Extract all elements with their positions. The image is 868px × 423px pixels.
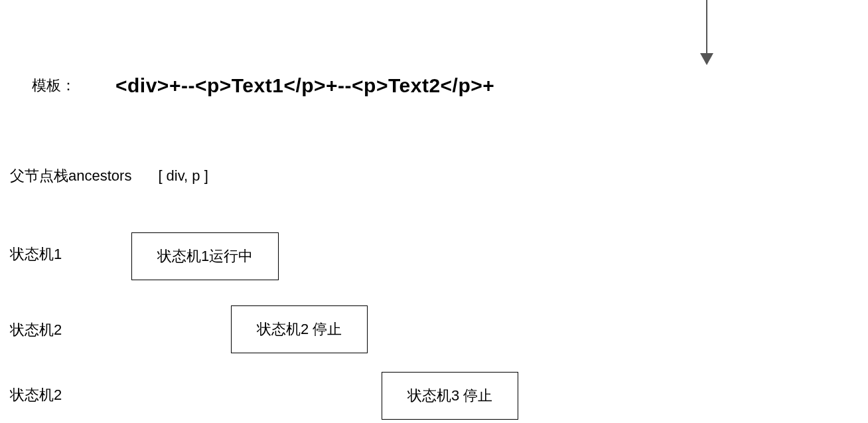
state-machine-3-label: 状态机2 [10, 385, 62, 405]
template-code: <div>+--<p>Text1</p>+--<p>Text2</p>+ [115, 74, 494, 97]
ancestors-label: 父节点栈ancestors [10, 166, 131, 186]
template-label: 模板： [32, 76, 76, 96]
ancestors-row: 父节点栈ancestors [ div, p ] [10, 166, 208, 186]
state-machine-1-row: 状态机1 [10, 244, 62, 264]
state-machine-2-box: 状态机2 停止 [231, 305, 368, 353]
state-machine-1-box: 状态机1运行中 [131, 232, 279, 280]
state-machine-1-label: 状态机1 [10, 244, 62, 264]
ancestors-value: [ div, p ] [158, 167, 208, 185]
state-machine-3-row: 状态机2 [10, 385, 62, 405]
template-row: 模板： <div>+--<p>Text1</p>+--<p>Text2</p>+ [32, 74, 494, 97]
state-machine-2-label: 状态机2 [10, 320, 62, 340]
arrow-head [700, 53, 713, 65]
pointer-arrow [697, 0, 717, 66]
state-machine-3-box: 状态机3 停止 [382, 372, 518, 420]
arrow-line [706, 0, 707, 56]
state-machine-2-row: 状态机2 [10, 320, 62, 340]
